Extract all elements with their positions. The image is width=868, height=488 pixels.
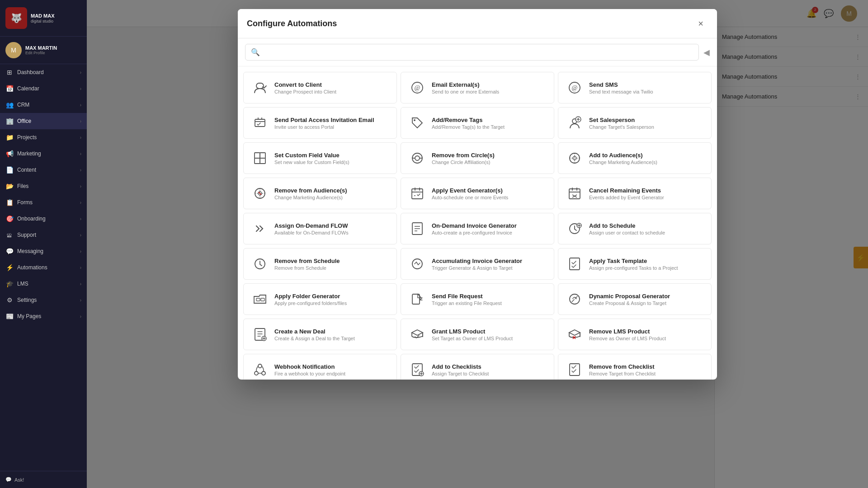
- sidebar-item-crm[interactable]: 👥 CRM ›: [0, 97, 87, 113]
- chevron-right-icon: ›: [80, 184, 81, 189]
- automation-card-remove-from-checklist[interactable]: Remove from Checklist Remove Target from…: [558, 354, 712, 380]
- sidebar-item-dashboard[interactable]: ⊞ Dashboard ›: [0, 64, 87, 80]
- automation-card-set-custom-field[interactable]: Set Custom Field Value Set new value for…: [243, 142, 397, 174]
- add-to-schedule-icon: [566, 220, 584, 238]
- chevron-right-icon: ›: [80, 216, 81, 221]
- svg-rect-38: [412, 294, 420, 304]
- automation-card-add-remove-tags[interactable]: Add/Remove Tags Add/Remove Tag(s) to the…: [401, 107, 554, 139]
- svg-rect-12: [260, 158, 265, 164]
- automation-card-apply-event-generator[interactable]: Apply Event Generator(s) Auto-schedule o…: [401, 178, 554, 209]
- sidebar-item-content[interactable]: 📄 Content ›: [0, 162, 87, 178]
- svg-text:@: @: [572, 84, 578, 91]
- automation-card-email-externals[interactable]: @ Email External(s) Send to one or more …: [401, 72, 554, 103]
- modal-header: Configure Automations ×: [238, 9, 717, 38]
- automation-card-send-sms[interactable]: @ Send SMS Send text message via Twilio: [558, 72, 712, 103]
- automation-card-apply-folder-generator[interactable]: Apply Folder Generator Apply pre-configu…: [243, 283, 397, 315]
- svg-rect-24: [569, 189, 580, 199]
- automation-card-assign-on-demand-flow[interactable]: Assign On-Demand FLOW Available for On-D…: [243, 213, 397, 244]
- onboarding-icon: 🎯: [5, 215, 14, 222]
- sidebar-item-my-pages[interactable]: 📰 My Pages ›: [0, 308, 87, 324]
- automation-card-grant-lms-product[interactable]: Grant LMS Product Set Target as Owner of…: [401, 319, 554, 350]
- automation-card-remove-from-circle[interactable]: Remove from Circle(s) Change Circle Affi…: [401, 142, 554, 174]
- sidebar-logo: 🐺 MAD MAX digital studio: [0, 0, 87, 37]
- add-remove-tags-icon: [408, 114, 426, 132]
- sidebar-item-settings[interactable]: ⚙ Settings ›: [0, 292, 87, 308]
- modal-title: Configure Automations: [247, 19, 337, 28]
- sidebar-item-marketing[interactable]: 📢 Marketing ›: [0, 145, 87, 162]
- dashboard-icon: ⊞: [5, 69, 14, 76]
- automation-card-convert-to-client[interactable]: Convert to Client Change Prospect into C…: [243, 72, 397, 103]
- automation-card-send-file-request[interactable]: Send File Request Trigger an existing Fi…: [401, 283, 554, 315]
- modal-search-bar: 🔍 ◀: [238, 38, 717, 66]
- automation-card-portal-access[interactable]: Send Portal Access Invitation Email Invi…: [243, 107, 397, 139]
- search-wrapper: 🔍: [245, 44, 699, 61]
- automation-card-add-to-checklists[interactable]: Add to Checklists Assign Target to Check…: [401, 354, 554, 380]
- convert-to-client-icon: [251, 79, 269, 97]
- send-sms-icon: @: [566, 79, 584, 97]
- content-icon: 📄: [5, 166, 14, 174]
- main-content: 🔔 2 💬 M Manage Automations ⋮ Manage Auto…: [87, 0, 868, 488]
- automation-card-apply-task-template[interactable]: Apply Task Template Assign pre-configure…: [558, 248, 712, 280]
- automations-icon: ⚡: [5, 264, 14, 271]
- svg-rect-22: [412, 189, 423, 199]
- modal-close-button[interactable]: ×: [693, 16, 708, 31]
- sidebar-item-automations[interactable]: ⚡ Automations ›: [0, 259, 87, 276]
- remove-from-schedule-icon: [251, 255, 269, 273]
- on-demand-invoice-icon: [408, 220, 426, 238]
- dynamic-proposal-generator-icon: [566, 290, 584, 308]
- automation-card-on-demand-invoice[interactable]: On-Demand Invoice Generator Auto-create …: [401, 213, 554, 244]
- search-input[interactable]: [264, 49, 693, 56]
- svg-text:@: @: [415, 84, 420, 91]
- automation-card-add-to-audiences[interactable]: Add to Audience(s) Change Marketing Audi…: [558, 142, 712, 174]
- remove-from-audiences-icon: [251, 184, 269, 202]
- ask-button[interactable]: 💬 Ask!: [5, 477, 81, 483]
- sidebar-item-support[interactable]: 🛎 Support ›: [0, 227, 87, 243]
- remove-from-circle-icon: [408, 149, 426, 167]
- automation-card-dynamic-proposal-generator[interactable]: Dynamic Proposal Generator Create Propos…: [558, 283, 712, 315]
- svg-rect-11: [255, 158, 260, 164]
- automation-card-set-salesperson[interactable]: Set Salesperson Change Target's Salesper…: [558, 107, 712, 139]
- automation-card-remove-from-audiences[interactable]: Remove from Audience(s) Change Marketing…: [243, 178, 397, 209]
- sidebar-item-calendar[interactable]: 📅 Calendar ›: [0, 80, 87, 97]
- marketing-icon: 📢: [5, 150, 14, 157]
- svg-point-47: [262, 371, 265, 375]
- automation-cards-grid: Convert to Client Change Prospect into C…: [238, 66, 717, 380]
- sidebar-item-lms[interactable]: 🎓 LMS ›: [0, 276, 87, 292]
- ask-icon: 💬: [5, 477, 12, 483]
- user-info: MAX MARTIN Edit Profile: [25, 45, 57, 55]
- calendar-icon: 📅: [5, 85, 14, 92]
- automation-card-create-new-deal[interactable]: Create a New Deal Create & Assign a Deal…: [243, 319, 397, 350]
- svg-point-6: [414, 119, 415, 121]
- automation-card-accumulating-invoice[interactable]: Accumulating Invoice Generator Trigger G…: [401, 248, 554, 280]
- automation-card-cancel-remaining-events[interactable]: Cancel Remaining Events Events added by …: [558, 178, 712, 209]
- lms-icon: 🎓: [5, 280, 14, 287]
- svg-rect-51: [570, 364, 580, 375]
- forms-icon: 📋: [5, 199, 14, 206]
- crm-icon: 👥: [5, 101, 14, 108]
- configure-automations-modal: Configure Automations × 🔍 ◀: [238, 9, 717, 380]
- chevron-right-icon: ›: [80, 249, 81, 254]
- assign-on-demand-flow-icon: [251, 220, 269, 238]
- svg-rect-0: [256, 83, 264, 89]
- sidebar-item-office[interactable]: 🏢 Office ›: [0, 113, 87, 129]
- sidebar-item-forms[interactable]: 📋 Forms ›: [0, 194, 87, 211]
- sidebar-item-projects[interactable]: 📁 Projects ›: [0, 129, 87, 145]
- automation-card-webhook-notification[interactable]: Webhook Notification Fire a webhook to y…: [243, 354, 397, 380]
- back-button[interactable]: ◀: [703, 47, 710, 57]
- svg-point-46: [255, 371, 258, 375]
- automation-card-remove-from-schedule[interactable]: Remove from Schedule Remove from Schedul…: [243, 248, 397, 280]
- chevron-right-icon: ›: [80, 314, 81, 319]
- sidebar-item-onboarding[interactable]: 🎯 Onboarding ›: [0, 211, 87, 227]
- sidebar-item-messaging[interactable]: 💬 Messaging ›: [0, 243, 87, 259]
- sidebar-user[interactable]: M MAX MARTIN Edit Profile: [0, 37, 87, 64]
- automation-card-remove-lms-product[interactable]: Remove LMS Product Remove as Owner of LM…: [558, 319, 712, 350]
- remove-lms-product-icon: [566, 325, 584, 343]
- sidebar-item-files[interactable]: 📂 Files ›: [0, 178, 87, 194]
- chevron-right-icon: ›: [80, 168, 81, 173]
- chevron-right-icon: ›: [80, 200, 81, 205]
- projects-icon: 📁: [5, 134, 14, 141]
- automation-card-add-to-schedule[interactable]: Add to Schedule Assign user or contact t…: [558, 213, 712, 244]
- chevron-right-icon: ›: [80, 103, 81, 108]
- office-icon: 🏢: [5, 117, 14, 125]
- accumulating-invoice-icon: [408, 255, 426, 273]
